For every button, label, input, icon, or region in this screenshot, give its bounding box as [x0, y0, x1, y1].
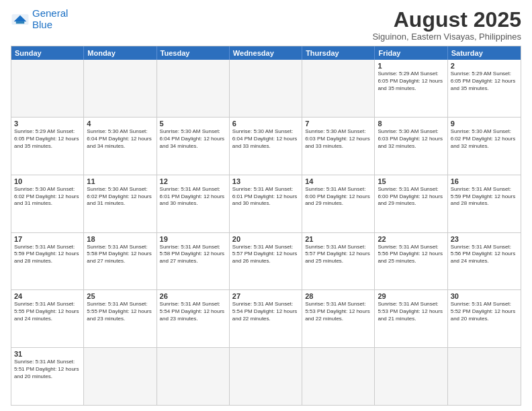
title-block: August 2025 Siguinon, Eastern Visayas, P…	[372, 8, 521, 42]
day-cell-empty	[302, 348, 375, 405]
calendar-header: SundayMondayTuesdayWednesdayThursdayFrid…	[11, 46, 521, 60]
day-info: Sunrise: 5:31 AM Sunset: 5:57 PM Dayligh…	[305, 244, 371, 265]
day-cell-6: 6Sunrise: 5:30 AM Sunset: 6:04 PM Daylig…	[230, 118, 302, 175]
day-info: Sunrise: 5:29 AM Sunset: 6:05 PM Dayligh…	[451, 71, 518, 92]
day-info: Sunrise: 5:29 AM Sunset: 6:05 PM Dayligh…	[14, 128, 81, 150]
day-cell-empty	[84, 348, 157, 405]
header-day-tuesday: Tuesday	[157, 46, 230, 60]
day-cell-empty	[375, 348, 447, 405]
day-cell-20: 20Sunrise: 5:31 AM Sunset: 5:57 PM Dayli…	[230, 233, 302, 290]
header-day-thursday: Thursday	[302, 46, 375, 60]
day-number: 13	[232, 177, 299, 185]
day-cell-5: 5Sunrise: 5:30 AM Sunset: 6:04 PM Daylig…	[157, 118, 230, 175]
day-number: 9	[451, 120, 518, 128]
day-number: 6	[232, 120, 299, 128]
day-cell-14: 14Sunrise: 5:31 AM Sunset: 6:00 PM Dayli…	[302, 175, 375, 232]
day-info: Sunrise: 5:30 AM Sunset: 6:03 PM Dayligh…	[378, 128, 444, 150]
day-cell-25: 25Sunrise: 5:31 AM Sunset: 5:55 PM Dayli…	[84, 290, 157, 347]
day-cell-19: 19Sunrise: 5:31 AM Sunset: 5:58 PM Dayli…	[157, 233, 230, 290]
day-info: Sunrise: 5:31 AM Sunset: 5:58 PM Dayligh…	[87, 244, 153, 265]
day-info: Sunrise: 5:29 AM Sunset: 6:05 PM Dayligh…	[378, 71, 444, 92]
day-info: Sunrise: 5:31 AM Sunset: 5:59 PM Dayligh…	[14, 244, 81, 265]
day-info: Sunrise: 5:30 AM Sunset: 6:04 PM Dayligh…	[87, 128, 153, 150]
calendar-body: 1Sunrise: 5:29 AM Sunset: 6:05 PM Daylig…	[11, 60, 521, 405]
day-info: Sunrise: 5:31 AM Sunset: 6:01 PM Dayligh…	[160, 186, 226, 208]
day-cell-24: 24Sunrise: 5:31 AM Sunset: 5:55 PM Dayli…	[11, 290, 84, 347]
day-info: Sunrise: 5:31 AM Sunset: 5:58 PM Dayligh…	[160, 244, 226, 265]
calendar-row-2: 3Sunrise: 5:29 AM Sunset: 6:05 PM Daylig…	[11, 117, 521, 175]
day-number: 3	[14, 120, 81, 128]
day-cell-8: 8Sunrise: 5:30 AM Sunset: 6:03 PM Daylig…	[375, 118, 447, 175]
calendar: SundayMondayTuesdayWednesdayThursdayFrid…	[11, 46, 521, 406]
day-number: 16	[451, 177, 518, 185]
day-cell-12: 12Sunrise: 5:31 AM Sunset: 6:01 PM Dayli…	[157, 175, 230, 232]
day-cell-4: 4Sunrise: 5:30 AM Sunset: 6:04 PM Daylig…	[84, 118, 157, 175]
day-info: Sunrise: 5:31 AM Sunset: 5:59 PM Dayligh…	[451, 186, 518, 208]
day-number: 31	[14, 350, 81, 358]
day-number: 7	[305, 120, 371, 128]
day-cell-9: 9Sunrise: 5:30 AM Sunset: 6:02 PM Daylig…	[448, 118, 521, 175]
day-cell-27: 27Sunrise: 5:31 AM Sunset: 5:54 PM Dayli…	[230, 290, 302, 347]
day-info: Sunrise: 5:30 AM Sunset: 6:03 PM Dayligh…	[305, 128, 371, 150]
day-cell-22: 22Sunrise: 5:31 AM Sunset: 5:56 PM Dayli…	[375, 233, 447, 290]
day-cell-23: 23Sunrise: 5:31 AM Sunset: 5:56 PM Dayli…	[448, 233, 521, 290]
day-info: Sunrise: 5:31 AM Sunset: 5:51 PM Dayligh…	[14, 359, 81, 380]
logo-text: General Blue	[32, 8, 68, 30]
day-cell-3: 3Sunrise: 5:29 AM Sunset: 6:05 PM Daylig…	[11, 118, 84, 175]
day-cell-1: 1Sunrise: 5:29 AM Sunset: 6:05 PM Daylig…	[375, 60, 447, 117]
day-number: 28	[305, 292, 371, 300]
day-cell-empty	[302, 60, 375, 117]
day-cell-18: 18Sunrise: 5:31 AM Sunset: 5:58 PM Dayli…	[84, 233, 157, 290]
day-info: Sunrise: 5:31 AM Sunset: 5:53 PM Dayligh…	[378, 301, 444, 322]
day-number: 20	[232, 235, 299, 243]
day-cell-2: 2Sunrise: 5:29 AM Sunset: 6:05 PM Daylig…	[448, 60, 521, 117]
day-cell-13: 13Sunrise: 5:31 AM Sunset: 6:01 PM Dayli…	[230, 175, 302, 232]
day-info: Sunrise: 5:30 AM Sunset: 6:04 PM Dayligh…	[160, 128, 226, 150]
day-info: Sunrise: 5:31 AM Sunset: 6:00 PM Dayligh…	[305, 186, 371, 208]
day-number: 10	[14, 177, 81, 185]
day-info: Sunrise: 5:31 AM Sunset: 5:53 PM Dayligh…	[305, 301, 371, 322]
day-cell-empty	[157, 60, 230, 117]
day-number: 19	[160, 235, 226, 243]
calendar-row-1: 1Sunrise: 5:29 AM Sunset: 6:05 PM Daylig…	[11, 60, 521, 117]
day-info: Sunrise: 5:31 AM Sunset: 5:56 PM Dayligh…	[378, 244, 444, 265]
location-subtitle: Siguinon, Eastern Visayas, Philippines	[372, 32, 521, 42]
day-cell-7: 7Sunrise: 5:30 AM Sunset: 6:03 PM Daylig…	[302, 118, 375, 175]
generalblue-logo-icon	[11, 10, 30, 29]
day-cell-21: 21Sunrise: 5:31 AM Sunset: 5:57 PM Dayli…	[302, 233, 375, 290]
page: General Blue August 2025 Siguinon, Easte…	[0, 0, 532, 411]
logo-line1: General	[32, 8, 68, 19]
logo-line2: Blue	[32, 19, 68, 31]
calendar-row-6: 31Sunrise: 5:31 AM Sunset: 5:51 PM Dayli…	[11, 347, 521, 405]
day-info: Sunrise: 5:31 AM Sunset: 6:01 PM Dayligh…	[232, 186, 299, 208]
day-info: Sunrise: 5:31 AM Sunset: 5:54 PM Dayligh…	[160, 301, 226, 322]
day-cell-30: 30Sunrise: 5:31 AM Sunset: 5:52 PM Dayli…	[448, 290, 521, 347]
day-number: 5	[160, 120, 226, 128]
day-number: 25	[87, 292, 153, 300]
day-cell-17: 17Sunrise: 5:31 AM Sunset: 5:59 PM Dayli…	[11, 233, 84, 290]
header-day-friday: Friday	[375, 46, 447, 60]
day-number: 23	[451, 235, 518, 243]
day-number: 21	[305, 235, 371, 243]
day-cell-10: 10Sunrise: 5:30 AM Sunset: 6:02 PM Dayli…	[11, 175, 84, 232]
day-cell-31: 31Sunrise: 5:31 AM Sunset: 5:51 PM Dayli…	[11, 348, 84, 405]
day-cell-26: 26Sunrise: 5:31 AM Sunset: 5:54 PM Dayli…	[157, 290, 230, 347]
day-info: Sunrise: 5:31 AM Sunset: 5:55 PM Dayligh…	[14, 301, 81, 322]
day-cell-empty	[11, 60, 84, 117]
day-cell-15: 15Sunrise: 5:31 AM Sunset: 6:00 PM Dayli…	[375, 175, 447, 232]
day-cell-empty	[230, 60, 302, 117]
day-number: 1	[378, 62, 444, 70]
header-day-wednesday: Wednesday	[230, 46, 302, 60]
day-info: Sunrise: 5:30 AM Sunset: 6:02 PM Dayligh…	[87, 186, 153, 208]
day-number: 29	[378, 292, 444, 300]
day-cell-16: 16Sunrise: 5:31 AM Sunset: 5:59 PM Dayli…	[448, 175, 521, 232]
day-number: 14	[305, 177, 371, 185]
month-title: August 2025	[372, 8, 521, 32]
day-info: Sunrise: 5:30 AM Sunset: 6:02 PM Dayligh…	[451, 128, 518, 150]
day-number: 26	[160, 292, 226, 300]
day-number: 18	[87, 235, 153, 243]
day-number: 8	[378, 120, 444, 128]
day-info: Sunrise: 5:31 AM Sunset: 5:55 PM Dayligh…	[87, 301, 153, 322]
day-number: 11	[87, 177, 153, 185]
calendar-row-3: 10Sunrise: 5:30 AM Sunset: 6:02 PM Dayli…	[11, 175, 521, 232]
